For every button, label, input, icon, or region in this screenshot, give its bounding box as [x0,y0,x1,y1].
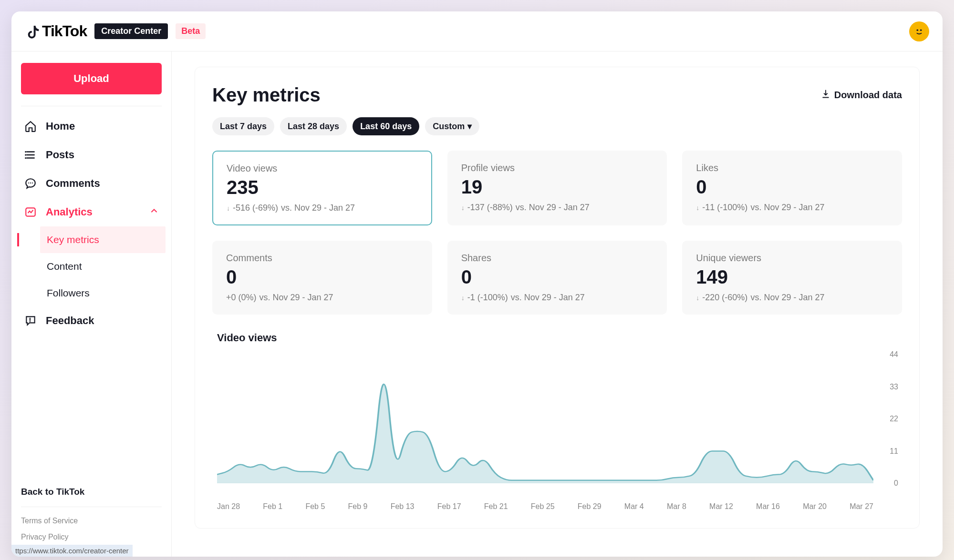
x-tick-label: Mar 8 [667,502,686,511]
metric-tile[interactable]: Likes0↓-11 (-100%)vs. Nov 29 - Jan 27 [682,151,902,225]
arrow-down-icon: ↓ [696,294,699,302]
x-tick-label: Mar 16 [756,502,780,511]
metric-delta: ↓-516 (-69%)vs. Nov 29 - Jan 27 [227,203,418,213]
metric-label: Unique viewers [696,253,888,264]
metric-label: Video views [227,163,418,174]
chart-icon [24,205,37,219]
metric-label: Likes [696,163,888,173]
svg-point-4 [25,157,26,159]
list-icon [24,148,37,162]
main: Key metrics Download data Last 7 days La… [172,51,943,557]
comment-icon [24,177,37,190]
date-range-row: Last 7 days Last 28 days Last 60 days Cu… [212,117,902,135]
arrow-down-icon: ↓ [461,294,465,302]
chart-x-axis: Jan 28Feb 1Feb 5Feb 9Feb 13Feb 17Feb 21F… [212,502,902,511]
metric-tile[interactable]: Profile views19↓-137 (-88%)vs. Nov 29 - … [447,151,667,225]
avatar[interactable] [909,21,929,41]
sidebar-item-label: Comments [46,177,100,190]
metric-value: 0 [696,176,888,198]
svg-point-7 [32,183,33,183]
x-tick-label: Jan 28 [217,502,240,511]
analytics-subnav: Key metrics Content Followers [17,226,166,306]
range-60d[interactable]: Last 60 days [353,117,419,135]
arrow-down-icon: ↓ [461,204,465,212]
metric-tile[interactable]: Unique viewers149↓-220 (-60%)vs. Nov 29 … [682,241,902,315]
sidebar-item-label: Feedback [46,315,94,327]
header: TikTok Creator Center Beta [11,11,943,51]
metric-delta: +0 (0%)vs. Nov 29 - Jan 27 [226,293,418,303]
download-data-button[interactable]: Download data [821,89,902,101]
tiktok-note-icon [25,24,40,39]
x-tick-label: Feb 9 [348,502,368,511]
app-window: TikTok Creator Center Beta Upload Home [11,11,943,557]
back-to-tiktok-link[interactable]: Back to TikTok [21,481,162,503]
tos-link[interactable]: Terms of Service [21,513,162,529]
creator-center-badge: Creator Center [94,23,168,39]
y-tick-label: 0 [894,479,898,488]
x-tick-label: Mar 27 [850,502,873,511]
metric-delta: ↓-11 (-100%)vs. Nov 29 - Jan 27 [696,203,888,213]
key-metrics-card: Key metrics Download data Last 7 days La… [195,67,920,529]
logo[interactable]: TikTok [25,22,87,40]
x-tick-label: Mar 12 [709,502,733,511]
url-hover-hint: ttps://www.tiktok.com/creator-center [11,545,133,557]
upload-button[interactable]: Upload [21,63,162,94]
chevron-up-icon [149,206,159,218]
range-7d[interactable]: Last 7 days [212,117,274,135]
video-views-chart [217,355,873,483]
download-label: Download data [834,90,902,101]
range-28d[interactable]: Last 28 days [280,117,347,135]
download-icon [821,89,830,101]
metric-label: Comments [226,253,418,264]
divider [21,106,162,106]
y-tick-label: 44 [890,350,898,359]
sidebar-item-label: Analytics [46,206,93,218]
x-tick-label: Feb 13 [391,502,415,511]
metric-value: 149 [696,266,888,288]
range-custom[interactable]: Custom ▾ [425,117,479,135]
metric-delta: ↓-1 (-100%)vs. Nov 29 - Jan 27 [461,293,653,303]
sidebar-item-label: Posts [46,149,74,161]
metric-value: 0 [461,266,653,288]
page-title: Key metrics [212,84,321,106]
x-tick-label: Feb 1 [263,502,282,511]
subnav-content[interactable]: Content [40,253,166,280]
beta-badge: Beta [176,23,206,39]
sidebar-item-analytics[interactable]: Analytics [17,198,166,226]
x-tick-label: Feb 5 [305,502,325,511]
sidebar: Upload Home Posts Comments [11,51,172,557]
svg-point-5 [28,183,29,183]
sidebar-item-label: Home [46,120,75,132]
metric-tile[interactable]: Shares0↓-1 (-100%)vs. Nov 29 - Jan 27 [447,241,667,315]
sidebar-footer: Back to TikTok Terms of Service Privacy … [17,481,166,545]
sidebar-item-home[interactable]: Home [17,112,166,141]
sidebar-item-posts[interactable]: Posts [17,141,166,169]
metric-value: 235 [227,177,418,198]
svg-point-6 [30,183,31,183]
metric-value: 0 [226,266,418,288]
x-tick-label: Mar 4 [624,502,644,511]
avatar-face-icon [914,26,924,37]
range-custom-label: Custom [433,122,465,132]
subnav-key-metrics[interactable]: Key metrics [40,226,166,253]
metrics-grid: Video views235↓-516 (-69%)vs. Nov 29 - J… [212,151,902,315]
metric-tile[interactable]: Comments0+0 (0%)vs. Nov 29 - Jan 27 [212,241,432,315]
svg-point-3 [25,154,26,155]
metric-tile[interactable]: Video views235↓-516 (-69%)vs. Nov 29 - J… [212,151,432,225]
x-tick-label: Feb 25 [531,502,555,511]
y-tick-label: 22 [890,415,898,423]
sidebar-item-feedback[interactable]: Feedback [17,306,166,335]
privacy-link[interactable]: Privacy Policy [21,529,162,545]
x-tick-label: Mar 20 [803,502,827,511]
metric-label: Profile views [461,163,653,173]
x-tick-label: Feb 29 [578,502,601,511]
chart: 011223344 [212,350,902,502]
x-tick-label: Feb 17 [437,502,461,511]
chart-title: Video views [217,332,902,344]
arrow-down-icon: ↓ [696,204,699,212]
metric-delta: ↓-137 (-88%)vs. Nov 29 - Jan 27 [461,203,653,213]
subnav-followers[interactable]: Followers [40,280,166,306]
arrow-down-icon: ↓ [227,204,230,212]
sidebar-item-comments[interactable]: Comments [17,169,166,198]
y-tick-label: 33 [890,383,898,391]
